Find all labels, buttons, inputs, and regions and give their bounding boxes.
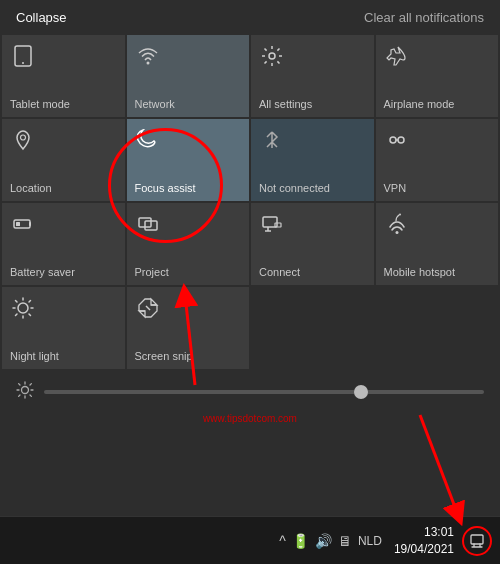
svg-point-4 xyxy=(21,135,26,140)
battery-taskbar-icon[interactable]: 🔋 xyxy=(292,533,309,549)
tile-battery-saver-label: Battery saver xyxy=(10,266,75,279)
svg-point-13 xyxy=(395,231,398,234)
network-icon xyxy=(137,45,159,72)
project-icon xyxy=(137,213,159,240)
screen-snip-icon xyxy=(137,297,159,324)
tile-night-light-label: Night light xyxy=(10,350,59,363)
brightness-icon xyxy=(16,381,34,403)
watermark: www.tipsdotcom.com xyxy=(0,411,500,428)
svg-point-3 xyxy=(269,53,275,59)
brightness-thumb[interactable] xyxy=(354,385,368,399)
display-icon[interactable]: 🖥 xyxy=(338,533,352,549)
airplane-icon xyxy=(386,45,408,72)
bluetooth-icon xyxy=(261,129,283,156)
battery-icon xyxy=(12,213,34,240)
location-icon xyxy=(12,129,34,156)
tile-connect-label: Connect xyxy=(259,266,300,279)
svg-point-14 xyxy=(399,214,401,216)
action-center: Collapse Clear all notifications Tablet … xyxy=(0,0,500,516)
tile-not-connected[interactable]: Not connected xyxy=(251,119,374,201)
svg-point-6 xyxy=(398,137,404,143)
action-center-header: Collapse Clear all notifications xyxy=(0,0,500,33)
tile-location-label: Location xyxy=(10,182,52,195)
brightness-control xyxy=(0,373,500,411)
svg-point-15 xyxy=(18,303,28,313)
tile-vpn-label: VPN xyxy=(384,182,407,195)
tile-night-light[interactable]: Night light xyxy=(2,287,125,369)
tile-mobile-hotspot-label: Mobile hotspot xyxy=(384,266,456,279)
night-light-icon xyxy=(12,297,34,324)
tile-vpn[interactable]: VPN xyxy=(376,119,499,201)
tile-network[interactable]: Network xyxy=(127,35,250,117)
clear-notifications-button[interactable]: Clear all notifications xyxy=(364,10,484,25)
tile-focus-assist-label: Focus assist xyxy=(135,182,196,195)
taskbar: ^ 🔋 🔊 🖥 NLD 13:01 19/04/2021 xyxy=(0,516,500,564)
svg-rect-8 xyxy=(16,222,20,226)
tile-project-label: Project xyxy=(135,266,169,279)
tile-airplane-mode-label: Airplane mode xyxy=(384,98,455,111)
vpn-icon xyxy=(386,129,408,156)
taskbar-system-icons: ^ 🔋 🔊 🖥 NLD xyxy=(279,533,382,549)
svg-point-2 xyxy=(146,62,149,65)
action-center-button[interactable] xyxy=(462,526,492,556)
tile-tablet-mode-label: Tablet mode xyxy=(10,98,70,111)
collapse-button[interactable]: Collapse xyxy=(16,10,67,25)
svg-rect-17 xyxy=(471,535,483,544)
volume-icon[interactable]: 🔊 xyxy=(315,533,332,549)
tile-airplane-mode[interactable]: Airplane mode xyxy=(376,35,499,117)
svg-point-5 xyxy=(390,137,396,143)
tile-focus-assist[interactable]: Focus assist xyxy=(127,119,250,201)
tile-tablet-mode[interactable]: Tablet mode xyxy=(2,35,125,117)
chevron-up-icon[interactable]: ^ xyxy=(279,533,286,549)
moon-icon xyxy=(137,129,159,156)
tile-not-connected-label: Not connected xyxy=(259,182,330,195)
tile-mobile-hotspot[interactable]: Mobile hotspot xyxy=(376,203,499,285)
tile-network-label: Network xyxy=(135,98,175,111)
tile-location[interactable]: Location xyxy=(2,119,125,201)
taskbar-date: 19/04/2021 xyxy=(394,541,454,558)
language-label[interactable]: NLD xyxy=(358,534,382,548)
tile-all-settings[interactable]: All settings xyxy=(251,35,374,117)
quick-actions-grid: Tablet mode Network All settings xyxy=(0,33,500,371)
taskbar-datetime[interactable]: 13:01 19/04/2021 xyxy=(394,524,454,558)
settings-icon xyxy=(261,45,283,72)
tile-connect[interactable]: Connect xyxy=(251,203,374,285)
brightness-slider[interactable] xyxy=(44,390,484,394)
taskbar-time: 13:01 xyxy=(424,524,454,541)
tile-project[interactable]: Project xyxy=(127,203,250,285)
tile-screen-snip[interactable]: Screen snip xyxy=(127,287,250,369)
tablet-icon xyxy=(12,45,34,72)
tile-all-settings-label: All settings xyxy=(259,98,312,111)
tile-battery-saver[interactable]: Battery saver xyxy=(2,203,125,285)
tile-screen-snip-label: Screen snip xyxy=(135,350,193,363)
svg-point-1 xyxy=(22,62,24,64)
svg-point-16 xyxy=(22,387,29,394)
connect-icon xyxy=(261,213,283,240)
hotspot-icon xyxy=(386,213,408,240)
